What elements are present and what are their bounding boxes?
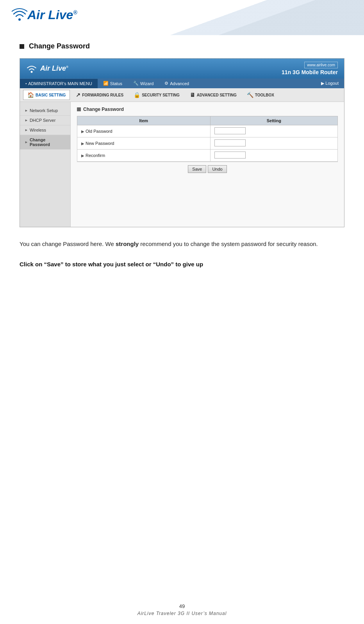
row-arrow-icon: ▶ [81,153,84,158]
submenu-basic-setting[interactable]: 🏠 BASIC SETTING [23,90,70,100]
undo-button[interactable]: Undo [208,165,227,173]
logo-area: Air Live® [12,7,77,23]
reconfirm-input[interactable] [214,152,246,159]
page-header: Air Live® [0,0,364,27]
row-arrow-icon: ▶ [81,141,84,146]
wifi-logo-icon [12,7,27,23]
sidebar-item-wireless[interactable]: ► Wireless [20,125,70,135]
router-brand-logo: Air Live® [40,64,68,73]
sidebar-item-network-setup[interactable]: ► Network Setup [20,106,70,116]
router-nav-bar: ▪ ADMINISTRATOR's MAIN MENU 📶 Status 🔧 W… [20,78,344,88]
router-url: www.airlive.com [304,62,338,68]
submenu-security-setting[interactable]: 🔒 SECURITY SETTING [129,90,184,100]
new-password-input[interactable] [214,139,246,146]
router-model: 11n 3G Mobile Router [282,69,338,75]
router-sidebar: ► Network Setup ► DHCP Server ► Wireless… [20,102,71,227]
new-password-label-cell: ▶ New Password [77,137,211,150]
footer-brand: AirLive Traveler 3G II User’s Manual [0,611,364,616]
nav-wizard[interactable]: 🔧 Wizard [128,78,159,88]
nav-main-menu[interactable]: ▪ ADMINISTRATOR's MAIN MENU [20,79,98,88]
submenu-forwarding-rules[interactable]: ↗ FORWARDING RULES [71,90,128,100]
sidebar-arrow-icon: ► [25,118,28,122]
router-top-right: www.airlive.com 11n 3G Mobile Router [282,62,338,75]
reconfirm-setting-cell [210,150,337,162]
nav-status[interactable]: 📶 Status [98,78,128,88]
page-content: Change Password Air Live® www.airlive.co… [0,27,364,291]
description-paragraph: You can change Password here. We strongl… [20,239,344,249]
page-footer: 49 AirLive Traveler 3G II User’s Manual [0,603,364,616]
table-row: ▶ Reconfirm [77,150,338,162]
page-number: 49 [0,603,364,609]
submenu-advanced-setting[interactable]: 🖥 ADVANCED SETTING [186,90,241,100]
table-header-item: Item [77,116,211,125]
svg-point-0 [18,18,21,21]
sidebar-arrow-icon: ► [25,140,28,144]
table-header-setting: Setting [210,116,337,125]
old-password-label-cell: ▶ Old Password [77,125,211,137]
router-main-content: Change Password Item Setting ▶ Old [71,102,344,227]
row-arrow-icon: ▶ [81,129,84,134]
router-top-bar: Air Live® www.airlive.com 11n 3G Mobile … [20,59,344,78]
sidebar-item-change-password[interactable]: ► Change Password [20,135,70,150]
submenu-toolbox[interactable]: 🔨 TOOLBOX [243,90,278,100]
sidebar-arrow-icon: ► [25,128,28,132]
change-password-table: Item Setting ▶ Old Password [77,116,338,162]
logo-text: Air Live® [27,9,77,21]
section-title: Change Password [29,42,90,50]
router-brand: Air Live® [26,64,68,73]
section-square-icon [77,107,81,111]
reconfirm-label-cell: ▶ Reconfirm [77,150,211,162]
sidebar-arrow-icon: ► [25,109,28,112]
router-submenu: 🏠 BASIC SETTING ↗ FORWARDING RULES 🔒 SEC… [20,88,344,102]
section-heading: Change Password [20,42,344,50]
router-ui-screenshot: Air Live® www.airlive.com 11n 3G Mobile … [20,58,344,227]
svg-point-1 [31,71,33,73]
old-password-setting-cell [210,125,337,137]
new-password-setting-cell [210,137,337,150]
save-button[interactable]: Save [188,165,206,173]
cta-text: Click on “Save” to store what you just s… [20,261,344,267]
router-section-title: Change Password [77,107,338,112]
table-row: ▶ Old Password [77,125,338,137]
bullet-icon [20,44,24,49]
nav-logout[interactable]: ▶ Logout [316,78,344,88]
table-row: ▶ New Password [77,137,338,150]
nav-advanced[interactable]: ⚙ Advanced [159,78,194,88]
sidebar-item-dhcp-server[interactable]: ► DHCP Server [20,116,70,125]
header-stripe [137,0,364,35]
router-wifi-icon [26,64,37,73]
router-body: ► Network Setup ► DHCP Server ► Wireless… [20,102,344,227]
button-row: Save Undo [77,162,338,176]
old-password-input[interactable] [214,127,246,134]
